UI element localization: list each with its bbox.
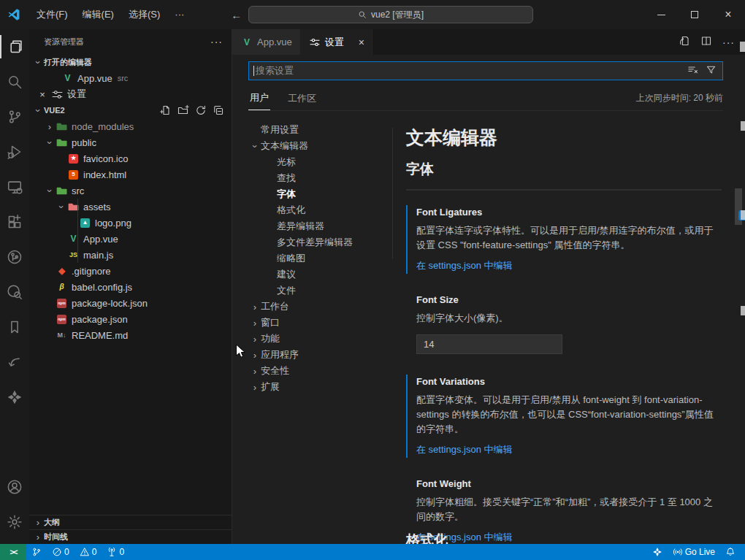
- settings-search-input[interactable]: 搜索设置: [248, 61, 723, 80]
- status-go-live[interactable]: Go Live: [668, 544, 720, 560]
- remote-indicator[interactable]: ><: [0, 544, 26, 560]
- open-editor-item[interactable]: VApp.vuesrc: [29, 70, 232, 86]
- toc-功能[interactable]: ›功能: [232, 331, 391, 347]
- status-volar[interactable]: [647, 544, 668, 560]
- menu-item-选择(S)[interactable]: 选择(S): [121, 5, 167, 24]
- toc-常用设置[interactable]: 常用设置: [232, 122, 391, 138]
- tree-item-.gitignore[interactable]: ◆.gitignore: [29, 263, 232, 279]
- source-control-activity-icon[interactable]: [0, 99, 29, 134]
- status-source-control[interactable]: [26, 544, 47, 560]
- font-size-input[interactable]: 14: [416, 334, 562, 354]
- gitlens-activity-icon[interactable]: [0, 239, 29, 275]
- split-editor-icon[interactable]: [700, 35, 712, 49]
- new-file-icon[interactable]: [160, 104, 172, 116]
- tab-close-icon[interactable]: ×: [359, 37, 364, 48]
- tab-settings[interactable]: 设置 ×: [300, 29, 372, 55]
- tree-item-main.js[interactable]: JSmain.js: [29, 247, 232, 263]
- tree-item-README.md[interactable]: M↓README.md: [29, 327, 232, 343]
- status-warnings[interactable]: 0: [74, 544, 102, 560]
- tree-item-favicon.ico[interactable]: ★favicon.ico: [29, 150, 232, 166]
- tree-item-assets[interactable]: ›assets: [29, 199, 232, 215]
- run-and-debug-activity-icon[interactable]: [0, 134, 29, 169]
- settings-gear-icon[interactable]: [0, 505, 29, 540]
- status-bar: >< 000 Go Live: [0, 544, 745, 560]
- minimize-button[interactable]: [644, 0, 678, 29]
- more-actions-icon[interactable]: ···: [722, 37, 735, 48]
- scope-tab-user[interactable]: 用户: [248, 88, 270, 110]
- toc-应用程序[interactable]: ›应用程序: [232, 347, 391, 363]
- menu-item-编辑(E)[interactable]: 编辑(E): [75, 5, 121, 24]
- toc-字体[interactable]: 字体: [232, 186, 391, 202]
- vscode-logo-icon: [7, 8, 20, 21]
- open-editor-item[interactable]: ×设置: [29, 86, 232, 102]
- outline-pane-header[interactable]: ›大纲: [29, 515, 232, 529]
- toc-扩展[interactable]: ›扩展: [232, 379, 391, 395]
- activity-bar: [0, 29, 29, 544]
- extensions-activity-icon[interactable]: [0, 204, 29, 239]
- toc-sash[interactable]: [392, 128, 393, 259]
- text-caret: [253, 66, 254, 76]
- tab-app-vue[interactable]: V App.vue: [232, 29, 300, 55]
- chevron-down-icon: ›: [56, 201, 67, 212]
- setting-font-ligatures: Font Ligatures配置字体连字或字体特性。可以是用于启用/禁用连字的布…: [406, 199, 722, 280]
- nav-back-icon[interactable]: ←: [231, 9, 242, 21]
- toc-建议[interactable]: 建议: [232, 266, 391, 283]
- gitlens-inspect-activity-icon[interactable]: [0, 275, 29, 310]
- bookmarks-activity-icon[interactable]: [0, 310, 29, 345]
- toc-差异编辑器[interactable]: 差异编辑器: [232, 218, 391, 234]
- maximize-button[interactable]: [678, 0, 711, 29]
- toc-光标[interactable]: 光标: [232, 154, 391, 170]
- toc-缩略图[interactable]: 缩略图: [232, 250, 391, 266]
- refresh-icon[interactable]: [195, 104, 207, 116]
- references-activity-icon[interactable]: [0, 345, 29, 380]
- project-root-header[interactable]: › VUE2: [29, 102, 232, 118]
- accounts-icon[interactable]: [0, 469, 29, 505]
- tree-item-node_modules[interactable]: ›node_modules: [29, 118, 232, 134]
- status-notifications[interactable]: [720, 544, 741, 560]
- indent-guide: [77, 199, 78, 263]
- npm-icon: npm: [56, 313, 68, 325]
- explorer-activity-icon[interactable]: [0, 29, 29, 64]
- close-button[interactable]: ×: [711, 0, 745, 29]
- tree-item-package.json[interactable]: npmpackage.json: [29, 311, 232, 327]
- vscode-window: 文件(F)编辑(E)选择(S)··· ← → vue2 [管理员] × 资源管理…: [0, 0, 745, 560]
- command-center-search[interactable]: vue2 [管理员]: [248, 6, 533, 23]
- collapse-all-icon[interactable]: [213, 104, 224, 116]
- open-settings-json-icon[interactable]: [679, 35, 690, 49]
- remote-explorer-activity-icon[interactable]: [0, 169, 29, 204]
- tree-item-index.html[interactable]: 5index.html: [29, 166, 232, 183]
- tree-item-src[interactable]: ›src: [29, 183, 232, 199]
- open-editors-header[interactable]: › 打开的编辑器: [29, 54, 232, 70]
- edit-in-settings-json-link[interactable]: 在 settings.json 中编辑: [416, 260, 513, 271]
- tree-item-package-lock.json[interactable]: npmpackage-lock.json: [29, 295, 232, 311]
- tree-item-App.vue[interactable]: VApp.vue: [29, 231, 232, 247]
- settings-scope-row: 用户 工作区 上次同步时间: 20 秒前: [248, 88, 723, 111]
- toc-窗口[interactable]: ›窗口: [232, 315, 391, 331]
- toc-安全性[interactable]: ›安全性: [232, 363, 391, 379]
- status-ports[interactable]: 0: [102, 544, 129, 560]
- title-bar: 文件(F)编辑(E)选择(S)··· ← → vue2 [管理员] ×: [0, 0, 745, 29]
- status-errors[interactable]: 0: [47, 544, 74, 560]
- toc-文本编辑器[interactable]: ›文本编辑器: [232, 138, 391, 154]
- search-activity-icon[interactable]: [0, 64, 29, 99]
- toc-文件[interactable]: 文件: [232, 283, 391, 299]
- close-editor-icon[interactable]: ×: [37, 89, 48, 100]
- scope-tab-workspace[interactable]: 工作区: [286, 89, 318, 110]
- new-folder-icon[interactable]: [177, 104, 189, 116]
- tree-item-public[interactable]: ›public: [29, 134, 232, 150]
- menu-item-文件(F)[interactable]: 文件(F): [29, 5, 75, 24]
- sidebar-more-actions[interactable]: ···: [210, 36, 223, 47]
- clear-search-filters-icon[interactable]: [687, 64, 698, 77]
- toc-工作台[interactable]: ›工作台: [232, 299, 391, 315]
- volar-icon: [652, 547, 662, 557]
- volar-activity-icon[interactable]: [0, 380, 29, 415]
- toc-多文件差异编辑器[interactable]: 多文件差异编辑器: [232, 234, 391, 250]
- tree-item-babel.config.js[interactable]: βbabel.config.js: [29, 279, 232, 295]
- menu-item-···[interactable]: ···: [167, 5, 191, 24]
- toc-格式化[interactable]: 格式化: [232, 202, 391, 218]
- tree-item-logo.png[interactable]: ▲logo.png: [29, 215, 232, 231]
- filter-icon[interactable]: [706, 64, 717, 77]
- timeline-pane-header[interactable]: ›时间线: [29, 529, 232, 544]
- toc-查找[interactable]: 查找: [232, 170, 391, 186]
- edit-in-settings-json-link[interactable]: 在 settings.json 中编辑: [416, 444, 513, 455]
